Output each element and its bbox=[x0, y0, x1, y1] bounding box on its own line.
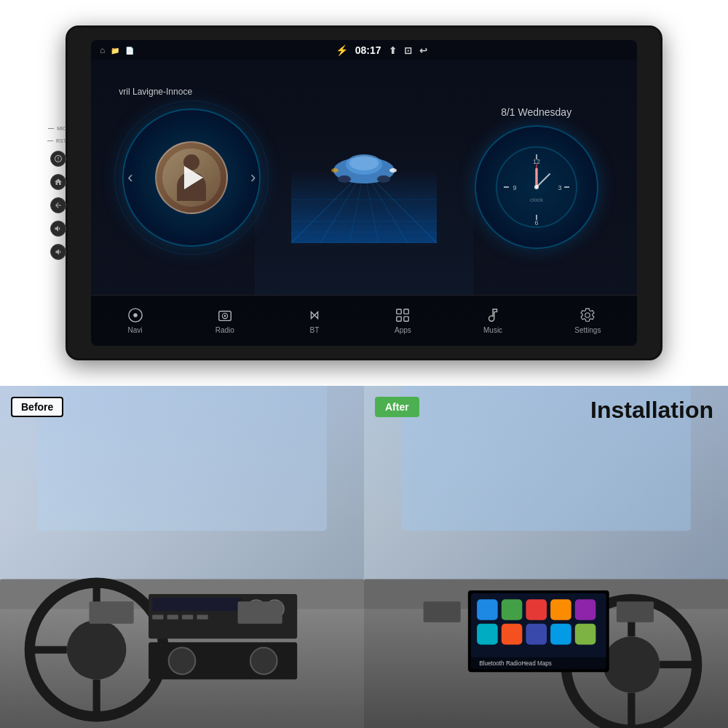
home-status-icon: ⌂ bbox=[100, 45, 105, 55]
bluetooth-icon: ⚡ bbox=[336, 44, 348, 56]
svg-point-36 bbox=[223, 315, 226, 317]
svg-rect-38 bbox=[404, 309, 408, 314]
music-widget[interactable]: vril Lavigne-Innoce ‹ bbox=[119, 105, 264, 250]
signal-icon: ⬆ bbox=[389, 45, 397, 56]
head-unit: MIC RST ⌂ bbox=[66, 25, 662, 360]
svg-rect-86 bbox=[424, 601, 461, 622]
apps-label: Apps bbox=[395, 326, 411, 334]
svg-rect-74 bbox=[477, 599, 498, 620]
radio-label: Radio bbox=[215, 326, 234, 334]
clock-face: 12 3 6 9 bbox=[493, 143, 580, 231]
apps-icon bbox=[395, 307, 411, 323]
nav-navi[interactable]: Navi bbox=[116, 304, 154, 338]
nav-radio[interactable]: Radio bbox=[205, 304, 245, 338]
clock-widget: 8/1 Wednesday 12 3 bbox=[464, 106, 609, 249]
bottom-section: Before bbox=[0, 386, 728, 728]
mic-label: MIC bbox=[48, 126, 66, 131]
prev-button[interactable]: ‹ bbox=[127, 168, 132, 187]
screen-icon: ⊡ bbox=[404, 45, 412, 56]
nav-settings[interactable]: Settings bbox=[563, 304, 612, 338]
music-circle: ‹ bbox=[122, 108, 261, 247]
road-svg bbox=[291, 112, 437, 243]
svg-text:clock: clock bbox=[530, 197, 544, 203]
svg-rect-56 bbox=[182, 615, 193, 620]
svg-rect-55 bbox=[167, 615, 178, 620]
bottom-nav: Navi Radio BT App bbox=[91, 295, 637, 346]
play-overlay[interactable] bbox=[162, 149, 221, 207]
settings-icon bbox=[579, 307, 596, 323]
svg-point-12 bbox=[349, 156, 379, 170]
svg-point-30 bbox=[534, 185, 539, 189]
svg-rect-82 bbox=[550, 624, 571, 645]
svg-rect-62 bbox=[238, 601, 282, 624]
svg-point-16 bbox=[331, 168, 339, 173]
before-photo: Before bbox=[0, 386, 364, 728]
svg-point-15 bbox=[389, 168, 397, 173]
music-icon bbox=[485, 307, 501, 323]
rst-label: RST bbox=[47, 138, 66, 143]
svg-point-14 bbox=[377, 175, 390, 183]
volume-up-button[interactable] bbox=[50, 221, 66, 237]
album-art-inner bbox=[162, 149, 221, 207]
svg-point-68 bbox=[604, 636, 660, 693]
svg-rect-39 bbox=[397, 317, 401, 321]
installation-title: Installation bbox=[590, 397, 713, 424]
svg-rect-37 bbox=[397, 309, 401, 314]
status-center: ⚡ 08:17 ⬆ ⊡ ↩ bbox=[336, 44, 427, 56]
clock-circle: 12 3 6 9 bbox=[475, 125, 598, 249]
svg-rect-83 bbox=[575, 624, 596, 645]
svg-point-60 bbox=[250, 647, 277, 674]
back-button[interactable] bbox=[50, 197, 66, 213]
music-label: Music bbox=[483, 326, 502, 334]
status-bar: ⌂ 📁 📄 ⚡ 08:17 ⬆ ⊡ ↩ bbox=[91, 40, 637, 60]
navi-icon bbox=[127, 307, 143, 323]
before-label: Before bbox=[11, 397, 63, 417]
svg-rect-40 bbox=[404, 317, 408, 321]
svg-rect-78 bbox=[575, 599, 596, 620]
side-buttons: MIC RST bbox=[47, 126, 66, 260]
svg-rect-51 bbox=[152, 598, 241, 611]
svg-rect-76 bbox=[526, 599, 547, 620]
screen: ⌂ 📁 📄 ⚡ 08:17 ⬆ ⊡ ↩ bbox=[91, 40, 637, 346]
time-display: 08:17 bbox=[355, 44, 381, 56]
volume-down-button[interactable] bbox=[50, 244, 66, 260]
nav-bt[interactable]: BT bbox=[296, 304, 333, 338]
play-icon bbox=[184, 166, 203, 189]
status-left: ⌂ 📁 📄 bbox=[100, 45, 134, 55]
svg-point-46 bbox=[67, 620, 127, 680]
svg-rect-80 bbox=[502, 624, 523, 645]
bt-label: BT bbox=[310, 326, 320, 334]
home-button[interactable] bbox=[50, 174, 66, 190]
album-art bbox=[155, 141, 228, 214]
svg-point-59 bbox=[169, 647, 196, 674]
svg-rect-75 bbox=[502, 599, 523, 620]
settings-label: Settings bbox=[574, 326, 601, 334]
svg-rect-87 bbox=[617, 601, 654, 622]
return-icon: ↩ bbox=[419, 45, 427, 56]
svg-rect-77 bbox=[550, 599, 571, 620]
svg-rect-61 bbox=[89, 601, 133, 624]
main-content: vril Lavigne-Innoce ‹ bbox=[91, 60, 637, 295]
top-section: MIC RST ⌂ bbox=[0, 0, 728, 386]
bt-icon bbox=[306, 307, 323, 323]
svg-point-13 bbox=[338, 175, 351, 183]
power-button[interactable] bbox=[50, 151, 66, 167]
nav-music[interactable]: Music bbox=[472, 304, 513, 338]
navi-label: Navi bbox=[128, 326, 143, 334]
svg-rect-57 bbox=[197, 615, 207, 620]
next-button[interactable]: › bbox=[250, 168, 256, 187]
svg-text:3: 3 bbox=[558, 184, 561, 191]
after-photo: After Installation bbox=[364, 386, 728, 728]
date-display: 8/1 Wednesday bbox=[501, 106, 571, 118]
car-display bbox=[291, 105, 437, 250]
nav-apps[interactable]: Apps bbox=[384, 304, 422, 338]
file-icon: 📁 bbox=[111, 47, 119, 55]
after-label: After bbox=[375, 397, 419, 417]
song-title: vril Lavigne-Innoce bbox=[119, 87, 192, 97]
radio-icon bbox=[217, 307, 233, 323]
svg-text:6: 6 bbox=[534, 219, 538, 226]
svg-text:9: 9 bbox=[513, 184, 516, 191]
svg-rect-79 bbox=[477, 624, 498, 645]
svg-text:Bluetooth  RadioHead  Maps: Bluetooth RadioHead Maps bbox=[479, 660, 552, 667]
svg-rect-81 bbox=[526, 624, 547, 645]
